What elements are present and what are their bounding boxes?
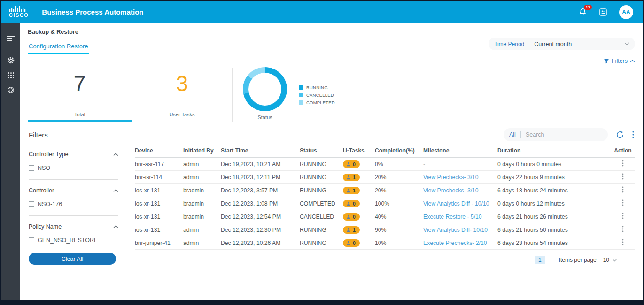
notifications-button[interactable]: 12 [578, 8, 587, 16]
table-row[interactable]: ios-xr-131 bradmin Dec 12,2023, 1:08 PM … [135, 197, 635, 210]
u-tasks-badge[interactable]: 1 [343, 187, 360, 194]
stat-user-tasks[interactable]: 3 User Tasks [132, 68, 233, 122]
settings-icon[interactable] [5, 84, 16, 96]
u-tasks-badge[interactable]: 0 [343, 200, 360, 207]
table-row[interactable]: ios-xr-131 bradmin Dec 12,2023, 3:57 PM … [135, 184, 635, 197]
cell-u-tasks: 0 [343, 239, 375, 247]
refresh-button[interactable] [615, 130, 625, 139]
column-header[interactable]: Completion(%) [375, 147, 423, 154]
column-header[interactable]: Duration [497, 147, 611, 154]
pagination: 1 Items per page 10 [135, 256, 617, 264]
divider [29, 179, 118, 180]
chevron-up-icon [113, 153, 118, 156]
menu-icon[interactable] [5, 33, 16, 44]
table-row[interactable]: bnr-asr-117 admin Dec 19,2023, 10:21 AM … [135, 158, 635, 171]
app-title: Business Process Automation [42, 8, 143, 16]
stat-total[interactable]: 7 Total [28, 68, 132, 122]
row-kebab-icon[interactable] [622, 173, 624, 180]
column-header[interactable]: Milestone [423, 147, 497, 154]
u-tasks-badge[interactable]: 0 [343, 160, 360, 168]
column-header[interactable]: Start Time [221, 147, 300, 154]
search-input[interactable] [526, 131, 587, 138]
search-bar[interactable]: All [504, 128, 608, 141]
items-per-page-label: Items per page [559, 257, 597, 263]
bottom-scrollbar-track[interactable] [86, 297, 563, 297]
filters-toggle[interactable]: Filters [604, 58, 635, 64]
main-content: Backup & Restore Configuration Restore T… [20, 23, 643, 300]
avatar[interactable]: AA [619, 5, 633, 19]
cell-milestone[interactable]: Execute Prechecks- 2/10 [423, 240, 497, 246]
cell-device: bnr-isr-114 [135, 174, 183, 181]
stat-status: Status RUNNINGCANCELLEDCOMPLETED [233, 68, 335, 122]
tab-configuration-restore[interactable]: Configuration Restore [28, 40, 89, 54]
row-kebab-icon[interactable] [622, 213, 624, 219]
cell-action[interactable] [611, 186, 635, 194]
stat-total-label: Total [74, 112, 85, 117]
cell-action[interactable] [611, 160, 635, 168]
cell-completion: 20% [375, 187, 423, 194]
status-donut-chart[interactable] [243, 67, 287, 111]
u-tasks-badge[interactable]: 1 [343, 174, 360, 181]
cell-initiated-by: admin [183, 161, 221, 168]
filter-option-nso[interactable]: NSO [29, 165, 118, 171]
search-scope-all[interactable]: All [509, 131, 516, 138]
cell-initiated-by: bradmin [183, 214, 221, 220]
legend-item: COMPLETED [299, 100, 335, 105]
table-menu-button[interactable] [632, 131, 634, 138]
checkbox[interactable] [29, 201, 34, 207]
column-header[interactable]: Status [300, 147, 343, 154]
items-per-page-select[interactable]: 10 [603, 257, 617, 263]
column-header[interactable]: U-Tasks [343, 147, 375, 154]
checkbox[interactable] [29, 165, 34, 171]
filter-option-nso-176[interactable]: NSO-176 [29, 201, 118, 207]
filter-group-header[interactable]: Policy Name [29, 223, 118, 230]
cell-milestone[interactable]: View Prechecks- 3/10 [423, 187, 497, 194]
filter-funnel-icon [604, 58, 609, 64]
cell-action[interactable] [611, 173, 635, 181]
time-period-select[interactable]: Time Period Current month [489, 38, 635, 50]
gear-icon[interactable] [5, 54, 16, 66]
table-row[interactable]: ios-xr-131 admin Dec 12,2023, 12:30 PM R… [135, 223, 635, 236]
table-row[interactable]: ios-xr-131 bradmin Dec 12,2023, 12:54 PM… [135, 210, 635, 223]
window-frame: CISCO Business Process Automation 12 [0, 0, 644, 305]
filter-group-policy-name: Policy Name GEN_NSO_RESTORE [29, 223, 118, 244]
u-tasks-badge[interactable]: 0 [343, 213, 360, 221]
cell-milestone[interactable]: View Analytics Diff- 10/10 [423, 227, 497, 233]
person-icon [346, 228, 351, 232]
row-kebab-icon[interactable] [622, 199, 624, 206]
cell-milestone[interactable]: View Analytics Diff - 10/10 [423, 200, 497, 207]
cell-milestone[interactable]: View Prechecks- 3/10 [423, 174, 497, 181]
cell-initiated-by: bradmin [183, 187, 221, 194]
cell-action[interactable] [611, 226, 635, 234]
cell-duration: 0 days 22 hours 9 minutes [497, 174, 611, 181]
cell-action[interactable] [611, 239, 635, 247]
cell-device: ios-xr-131 [135, 227, 183, 233]
column-header[interactable]: Initiated By [183, 147, 221, 154]
table-row[interactable]: bnr-isr-114 admin Dec 18,2023, 12:11 PM … [135, 171, 635, 184]
checkbox[interactable] [29, 237, 34, 243]
row-kebab-icon[interactable] [622, 239, 624, 245]
cell-action[interactable] [611, 199, 635, 207]
cell-milestone[interactable]: Execute Restore - 5/10 [423, 214, 497, 220]
column-header[interactable]: Device [135, 147, 183, 154]
column-header[interactable]: Action [611, 147, 635, 154]
page-number-button[interactable]: 1 [535, 256, 545, 264]
row-kebab-icon[interactable] [622, 186, 624, 193]
person-icon [346, 241, 351, 245]
filter-option-gen-nso-restore[interactable]: GEN_NSO_RESTORE [29, 237, 118, 244]
cell-action[interactable] [611, 213, 635, 221]
row-kebab-icon[interactable] [622, 160, 624, 167]
filter-group-controller: Controller NSO-176 [29, 187, 118, 216]
u-tasks-badge[interactable]: 1 [343, 226, 360, 234]
cell-u-tasks: 0 [343, 213, 375, 221]
filter-group-header[interactable]: Controller Type [29, 151, 118, 158]
clear-all-button[interactable]: Clear All [29, 253, 116, 265]
notification-badge: 12 [584, 5, 592, 10]
u-tasks-badge[interactable]: 0 [343, 239, 360, 247]
apps-grid-icon[interactable] [5, 69, 16, 81]
filter-group-header[interactable]: Controller [29, 187, 118, 194]
apps-button[interactable] [598, 8, 608, 17]
table-row[interactable]: bnr-juniper-41 admin Dec 12,2023, 10:26 … [135, 236, 635, 250]
row-kebab-icon[interactable] [622, 226, 624, 232]
legend-label: COMPLETED [306, 100, 335, 105]
